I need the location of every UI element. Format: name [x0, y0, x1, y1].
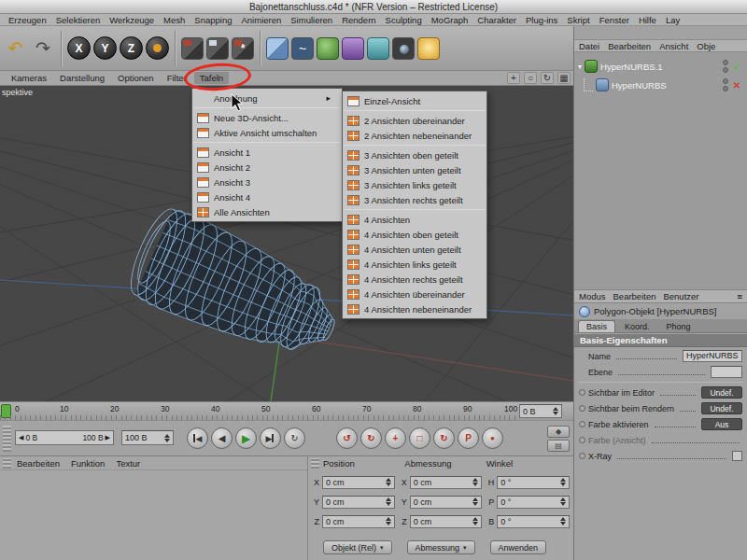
- record-scale-button[interactable]: □: [409, 427, 430, 449]
- lock-y-axis-button[interactable]: Y: [93, 36, 117, 60]
- use-color-cycle[interactable]: Aus: [701, 418, 742, 430]
- add-environment-icon[interactable]: [367, 37, 389, 60]
- menu-item-alle-ansichten[interactable]: Alle Ansichten: [192, 204, 342, 219]
- object-row-hypernurbs-child[interactable]: HyperNURBS ✕: [578, 77, 742, 93]
- size-x-field[interactable]: 0 cm: [410, 476, 483, 489]
- objekt-rel-dropdown[interactable]: Objekt (Rel)▾: [323, 540, 392, 554]
- position-z-field[interactable]: 0 cm: [322, 515, 395, 528]
- angle-h-field[interactable]: 0 °: [497, 476, 570, 489]
- object-row-hypernurbs-1[interactable]: ▾ HyperNURBS.1 ✓: [578, 58, 742, 75]
- redo-icon[interactable]: ↷: [31, 33, 55, 64]
- add-generator-icon[interactable]: [317, 37, 339, 60]
- render-view-button[interactable]: [181, 37, 204, 60]
- menu-hilfe[interactable]: Hilfe: [634, 15, 661, 25]
- stepper[interactable]: [472, 517, 478, 525]
- menu-item-ansicht-4[interactable]: Ansicht 4: [192, 189, 342, 204]
- angle-b-field[interactable]: 0 °: [497, 515, 570, 528]
- om-menu-bearbeiten[interactable]: Bearbeiten: [608, 41, 651, 51]
- next-frame-button[interactable]: ▶: [260, 427, 281, 449]
- keyframe-dot[interactable]: [579, 453, 585, 459]
- menu-item-ansicht-1[interactable]: Ansicht 1: [192, 145, 342, 160]
- basis-properties-header[interactable]: Basis-Eigenschaften: [574, 334, 747, 347]
- mat-menu-textur[interactable]: Textur: [116, 458, 140, 469]
- keyframe-dot[interactable]: [579, 421, 585, 427]
- render-to-picture-viewer-button[interactable]: [206, 37, 229, 60]
- menu-rendern[interactable]: Rendern: [337, 15, 380, 25]
- record-keyframe-button[interactable]: ↻: [360, 427, 382, 449]
- frame-stepper[interactable]: [553, 407, 558, 415]
- pan-view-icon[interactable]: +: [507, 72, 520, 84]
- visibility-dots[interactable]: [723, 60, 728, 73]
- key-interpolation-button[interactable]: ◆: [547, 426, 570, 438]
- add-spline-icon[interactable]: ~: [291, 37, 314, 60]
- panel-grip[interactable]: [3, 426, 11, 452]
- submenu-item-4-nebeneinander[interactable]: 4 Ansichten nebeneinander: [343, 301, 486, 316]
- size-z-field[interactable]: 0 cm: [410, 515, 483, 528]
- xray-checkbox[interactable]: [732, 451, 742, 461]
- om-menu-objekte[interactable]: Obje: [697, 41, 715, 51]
- menu-plugins[interactable]: Plug-ins: [521, 15, 562, 25]
- menu-simulieren[interactable]: Simulieren: [286, 15, 337, 25]
- am-menu-modus[interactable]: Modus: [579, 291, 606, 301]
- add-camera-icon[interactable]: [392, 37, 415, 60]
- add-light-icon[interactable]: [417, 37, 440, 60]
- stepper[interactable]: [560, 478, 566, 486]
- menu-snapping[interactable]: Snapping: [190, 15, 236, 25]
- panel-grip[interactable]: [311, 458, 319, 469]
- timeline-length-field[interactable]: 100 B: [121, 430, 174, 445]
- object-name[interactable]: HyperNURBS.1: [600, 62, 663, 72]
- vp-menu-optionen[interactable]: Optionen: [112, 72, 160, 84]
- record-scrub-left-button[interactable]: ↺: [336, 427, 358, 449]
- vp-menu-filter[interactable]: Filter: [162, 72, 192, 84]
- previous-frame-button[interactable]: ◀: [211, 427, 233, 449]
- key-list-button[interactable]: ▤: [547, 440, 570, 452]
- render-visibility-cycle[interactable]: Undef.: [701, 402, 742, 414]
- menu-mograph[interactable]: MoGraph: [427, 15, 473, 25]
- tab-koord[interactable]: Koord.: [617, 321, 657, 332]
- render-settings-button[interactable]: *: [232, 37, 254, 60]
- submenu-item-4-unten[interactable]: 4 Ansichten unten geteilt: [343, 242, 486, 257]
- position-y-field[interactable]: 0 cm: [322, 496, 395, 509]
- burger-icon[interactable]: ≡: [737, 291, 742, 301]
- tab-basis[interactable]: Basis: [578, 320, 615, 332]
- rotate-view-icon[interactable]: ↻: [541, 72, 554, 84]
- add-deformer-icon[interactable]: [342, 37, 364, 60]
- keyframe-dot[interactable]: [579, 405, 585, 412]
- timeline-ruler[interactable]: 0 10 20 30 40 50 60 70 80 90 100 0 B: [0, 401, 573, 420]
- menu-skript[interactable]: Skript: [562, 15, 594, 25]
- coordinate-system-button[interactable]: [146, 36, 169, 60]
- menu-item-aktive-ansicht-umschalten[interactable]: Aktive Ansicht umschalten: [192, 125, 342, 140]
- menu-layout[interactable]: Lay: [661, 15, 684, 25]
- submenu-item-4-uebereinander[interactable]: 4 Ansichten übereinander: [343, 287, 486, 301]
- tab-phong[interactable]: Phong: [659, 321, 698, 332]
- menu-charakter[interactable]: Charakter: [472, 15, 521, 25]
- submenu-item-3-links[interactable]: 3 Ansichten links geteilt: [343, 177, 486, 192]
- stepper[interactable]: [472, 478, 478, 486]
- record-pla-button[interactable]: ●: [482, 427, 503, 449]
- add-primitive-icon[interactable]: [266, 37, 289, 60]
- lock-x-axis-button[interactable]: X: [67, 36, 91, 60]
- name-field[interactable]: HyperNURBS: [683, 350, 742, 362]
- object-name[interactable]: HyperNURBS: [612, 80, 667, 91]
- ebene-field[interactable]: [711, 366, 742, 378]
- stepper[interactable]: [560, 497, 566, 506]
- stepper[interactable]: [386, 517, 391, 525]
- undo-icon[interactable]: ↶: [4, 33, 28, 64]
- menu-fenster[interactable]: Fenster: [595, 15, 634, 25]
- record-parameter-button[interactable]: P: [458, 427, 479, 449]
- menu-mesh[interactable]: Mesh: [159, 15, 190, 25]
- toggle-layout-icon[interactable]: ▦: [557, 72, 571, 84]
- am-menu-bearbeiten[interactable]: Bearbeiten: [613, 291, 656, 301]
- submenu-item-2-nebeneinander[interactable]: 2 Ansichten nebeneinander: [343, 128, 486, 143]
- om-menu-ansicht[interactable]: Ansicht: [659, 41, 688, 51]
- expand-icon[interactable]: ▾: [578, 63, 582, 71]
- keyframe-dot[interactable]: [579, 437, 585, 443]
- abmessung-dropdown[interactable]: Abmessung▾: [407, 540, 475, 554]
- menu-selektieren[interactable]: Selektieren: [51, 15, 106, 25]
- enabled-check-icon[interactable]: ✓: [731, 62, 742, 72]
- submenu-item-4-rechts[interactable]: 4 Ansichten rechts geteilt: [343, 272, 486, 287]
- menu-animieren[interactable]: Animieren: [236, 15, 286, 25]
- goto-start-button[interactable]: ◀: [187, 427, 208, 449]
- menu-sculpting[interactable]: Sculpting: [381, 15, 427, 25]
- stepper[interactable]: [472, 497, 478, 506]
